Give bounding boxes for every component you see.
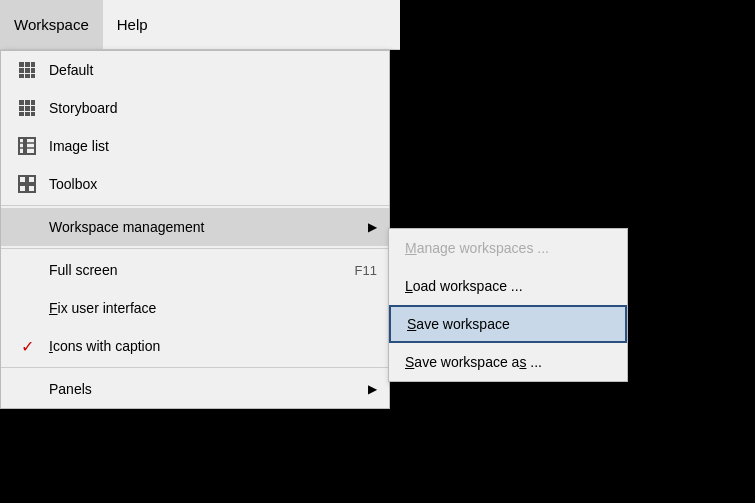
menu-bar: Workspace Help — [0, 0, 400, 50]
workspace-menu-label: Workspace — [14, 16, 89, 33]
submenu-item-load[interactable]: Load workspace ... — [389, 267, 627, 305]
svg-rect-17 — [31, 112, 35, 116]
saveas-label: Save workspace as ... — [405, 354, 542, 370]
submenu-arrow-icon: ▶ — [368, 220, 377, 234]
divider-3 — [1, 367, 389, 368]
panels-arrow-icon: ▶ — [368, 382, 377, 396]
imagelist-icon — [13, 137, 41, 155]
divider-1 — [1, 205, 389, 206]
svg-rect-1 — [25, 62, 30, 67]
svg-rect-16 — [25, 112, 30, 116]
menu-item-toolbox[interactable]: Toolbox — [1, 165, 389, 203]
menu-item-fix-ui[interactable]: Fix user interface — [1, 289, 389, 327]
svg-rect-5 — [31, 68, 35, 73]
submenu-item-saveas[interactable]: Save workspace as ... — [389, 343, 627, 381]
fix-ui-label: Fix user interface — [49, 300, 377, 316]
svg-rect-26 — [28, 176, 35, 183]
storyboard-icon — [13, 99, 41, 117]
load-label: Load workspace ... — [405, 278, 523, 294]
svg-rect-2 — [31, 62, 35, 67]
workspace-submenu: Manage workspaces ... Load workspace ...… — [388, 228, 628, 382]
menu-help[interactable]: Help — [103, 0, 162, 49]
default-label: Default — [49, 62, 377, 78]
submenu-item-save[interactable]: Save workspace — [389, 305, 627, 343]
menu-workspace[interactable]: Workspace — [0, 0, 103, 49]
default-icon — [13, 61, 41, 79]
panels-label: Panels — [49, 381, 368, 397]
svg-rect-10 — [25, 100, 30, 105]
fullscreen-shortcut: F11 — [355, 263, 377, 278]
svg-rect-8 — [31, 74, 35, 78]
workspace-mgmt-label: Workspace management — [49, 219, 368, 235]
icons-caption-label: Icons with caption — [49, 338, 377, 354]
toolbox-label: Toolbox — [49, 176, 377, 192]
svg-rect-13 — [25, 106, 30, 111]
svg-rect-6 — [19, 74, 24, 78]
menu-item-default[interactable]: Default — [1, 51, 389, 89]
svg-rect-11 — [31, 100, 35, 105]
manage-label: Manage workspaces ... — [405, 240, 549, 256]
menu-item-fullscreen[interactable]: Full screen F11 — [1, 251, 389, 289]
svg-rect-15 — [19, 112, 24, 116]
workspace-dropdown: Default Storyboard — [0, 50, 390, 409]
storyboard-label: Storyboard — [49, 100, 377, 116]
svg-rect-4 — [25, 68, 30, 73]
svg-rect-0 — [19, 62, 24, 67]
svg-rect-9 — [19, 100, 24, 105]
submenu-item-manage: Manage workspaces ... — [389, 229, 627, 267]
imagelist-label: Image list — [49, 138, 377, 154]
svg-rect-24 — [19, 176, 26, 183]
check-icon: ✓ — [13, 337, 41, 356]
svg-rect-27 — [28, 185, 35, 192]
menu-item-storyboard[interactable]: Storyboard — [1, 89, 389, 127]
divider-2 — [1, 248, 389, 249]
fullscreen-label: Full screen — [49, 262, 335, 278]
menu-item-icons-caption[interactable]: ✓ Icons with caption — [1, 327, 389, 365]
svg-rect-25 — [19, 185, 26, 192]
svg-rect-7 — [25, 74, 30, 78]
svg-rect-14 — [31, 106, 35, 111]
svg-rect-12 — [19, 106, 24, 111]
save-label: Save workspace — [407, 316, 510, 332]
toolbox-icon — [13, 175, 41, 193]
help-menu-label: Help — [117, 16, 148, 33]
svg-rect-3 — [19, 68, 24, 73]
menu-item-panels[interactable]: Panels ▶ — [1, 370, 389, 408]
menu-item-workspace-management[interactable]: Workspace management ▶ — [1, 208, 389, 246]
menu-item-imagelist[interactable]: Image list — [1, 127, 389, 165]
